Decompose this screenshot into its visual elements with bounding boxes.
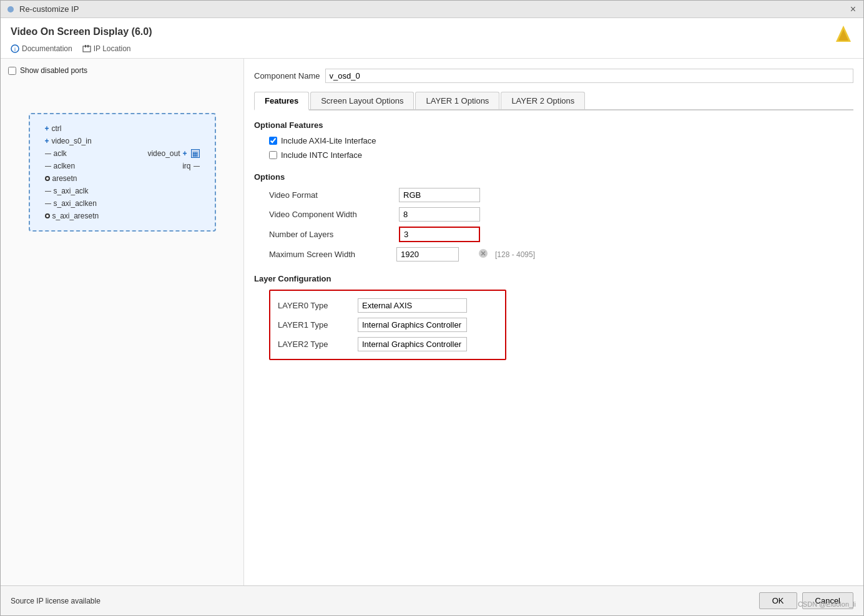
options-title: Options bbox=[254, 172, 853, 182]
title-bar-left: Re-customize IP bbox=[6, 4, 79, 14]
main-window: Re-customize IP × Video On Screen Displa… bbox=[0, 0, 864, 616]
close-button[interactable]: × bbox=[848, 4, 858, 15]
video-format-label: Video Format bbox=[269, 190, 394, 200]
layer0-label: LAYER0 Type bbox=[278, 301, 353, 310]
show-disabled-checkbox[interactable] bbox=[8, 67, 16, 75]
footer: Source IP license available OK Cancel bbox=[1, 585, 863, 615]
watermark: CSDN @Eidolon_li bbox=[798, 600, 856, 608]
tab-screen-layout-options[interactable]: Screen Layout Options bbox=[310, 92, 414, 109]
main-content: Show disabled ports + ctrl + video_s0_in bbox=[1, 59, 863, 585]
layer2-row: LAYER2 Type External AXIS Internal Graph… bbox=[278, 337, 498, 351]
svg-rect-6 bbox=[83, 46, 91, 52]
layer1-label: LAYER1 Type bbox=[278, 320, 353, 330]
svg-rect-8 bbox=[87, 45, 89, 47]
right-panel: Component Name Features Screen Layout Op… bbox=[244, 59, 863, 585]
port-circle-s-axi-aresetn bbox=[45, 213, 50, 218]
video-component-width-label: Video Component Width bbox=[269, 210, 394, 219]
header: Video On Screen Display (6.0) i Document… bbox=[1, 18, 863, 59]
number-of-layers-select[interactable]: 1 2 3 4 8 bbox=[399, 227, 480, 242]
video-component-width-row: Video Component Width 8 10 12 16 bbox=[269, 207, 853, 222]
plus-icon-ctrl: + bbox=[45, 124, 49, 133]
port-label-aresetn: aresetn bbox=[52, 174, 77, 183]
layer0-type-select[interactable]: External AXIS Internal Graphics Controll… bbox=[358, 298, 467, 313]
axi4-lite-label[interactable]: Include AXI4-Lite Interface bbox=[281, 136, 376, 145]
location-icon bbox=[82, 44, 91, 53]
show-disabled-label[interactable]: Show disabled ports bbox=[20, 66, 87, 75]
intc-checkbox[interactable] bbox=[269, 151, 277, 159]
ok-button[interactable]: OK bbox=[759, 592, 797, 609]
port-row-s-axi-aclk: s_axi_aclk bbox=[45, 187, 200, 195]
svg-text:i: i bbox=[14, 46, 16, 52]
clear-icon bbox=[478, 248, 488, 258]
svg-rect-7 bbox=[85, 45, 86, 47]
header-links: i Documentation IP Location bbox=[11, 44, 853, 58]
video-format-select[interactable]: RGB YUV 4:4:4 YUV 4:2:2 bbox=[399, 188, 480, 202]
number-of-layers-label: Number of Layers bbox=[269, 230, 394, 239]
info-icon: i bbox=[11, 44, 19, 53]
plus-icon-video: + bbox=[45, 137, 49, 145]
tab-layer2-options[interactable]: LAYER 2 Options bbox=[501, 92, 585, 109]
layer-configuration-section: Layer Configuration LAYER0 Type External… bbox=[254, 274, 853, 360]
app-icon bbox=[6, 4, 16, 14]
max-screen-width-input[interactable] bbox=[396, 247, 459, 262]
block-diagram: + ctrl + video_s0_in aclk video_out bbox=[29, 113, 216, 232]
layer2-label: LAYER2 Type bbox=[278, 340, 353, 349]
layer1-row: LAYER1 Type External AXIS Internal Graph… bbox=[278, 318, 498, 332]
component-name-label: Component Name bbox=[254, 71, 320, 81]
port-label-aclken: aclken bbox=[54, 162, 76, 170]
svg-point-1 bbox=[7, 6, 14, 12]
axi4-lite-row: Include AXI4-Lite Interface bbox=[269, 136, 853, 145]
intc-row: Include INTC Interface bbox=[269, 150, 853, 160]
port-label-video-s0-in: video_s0_in bbox=[52, 137, 92, 145]
component-name-input[interactable] bbox=[325, 69, 854, 83]
port-row-aclk: aclk video_out + ▦ bbox=[45, 149, 200, 158]
axi4-lite-checkbox[interactable] bbox=[269, 137, 277, 145]
options-section: Options Video Format RGB YUV 4:4:4 YUV 4… bbox=[254, 172, 853, 262]
number-of-layers-row: Number of Layers 1 2 3 4 8 bbox=[269, 227, 853, 242]
optional-features-section: Optional Features Include AXI4-Lite Inte… bbox=[254, 120, 853, 160]
output-block-icon: ▦ bbox=[192, 150, 198, 157]
intc-label[interactable]: Include INTC Interface bbox=[281, 150, 362, 160]
port-row-ctrl: + ctrl bbox=[45, 124, 200, 133]
port-list: + ctrl + video_s0_in aclk video_out bbox=[45, 124, 200, 220]
plus-icon-video-out: + bbox=[182, 149, 187, 158]
layer1-type-select[interactable]: External AXIS Internal Graphics Controll… bbox=[358, 318, 467, 332]
title-bar: Re-customize IP × bbox=[1, 1, 863, 18]
port-label-s-axi-aclken: s_axi_aclken bbox=[54, 199, 97, 208]
optional-features-title: Optional Features bbox=[254, 120, 853, 130]
port-label-video-out: video_out bbox=[147, 149, 180, 158]
max-screen-width-row: Maximum Screen Width [128 - 4095] bbox=[269, 247, 853, 262]
tab-layer1-options[interactable]: LAYER 1 Options bbox=[415, 92, 499, 109]
port-row-aresetn: aresetn bbox=[45, 174, 200, 183]
layer2-type-select[interactable]: External AXIS Internal Graphics Controll… bbox=[358, 337, 467, 351]
tab-bar: Features Screen Layout Options LAYER 1 O… bbox=[254, 92, 853, 110]
port-circle-aresetn bbox=[45, 176, 50, 181]
port-label-irq: irq bbox=[182, 162, 190, 170]
layer-config-box: LAYER0 Type External AXIS Internal Graph… bbox=[269, 290, 506, 360]
port-row-video-s0-in: + video_s0_in bbox=[45, 137, 200, 145]
range-hint: [128 - 4095] bbox=[495, 250, 853, 259]
tab-features[interactable]: Features bbox=[254, 92, 309, 110]
show-disabled-row: Show disabled ports bbox=[8, 66, 236, 75]
layer0-row: LAYER0 Type External AXIS Internal Graph… bbox=[278, 298, 498, 313]
max-screen-width-label: Maximum Screen Width bbox=[269, 250, 394, 259]
logo-icon bbox=[833, 24, 853, 44]
left-panel: Show disabled ports + ctrl + video_s0_in bbox=[1, 59, 244, 585]
video-component-width-select[interactable]: 8 10 12 16 bbox=[399, 207, 480, 222]
ip-location-link[interactable]: IP Location bbox=[82, 44, 131, 53]
port-row-s-axi-aresetn: s_axi_aresetn bbox=[45, 212, 200, 220]
port-row-s-axi-aclken: s_axi_aclken bbox=[45, 199, 200, 208]
diagram-area: + ctrl + video_s0_in aclk video_out bbox=[8, 85, 236, 260]
port-label-aclk: aclk bbox=[54, 149, 67, 158]
clear-button[interactable] bbox=[474, 248, 493, 260]
video-format-row: Video Format RGB YUV 4:4:4 YUV 4:2:2 bbox=[269, 188, 853, 202]
port-label-s-axi-aclk: s_axi_aclk bbox=[54, 187, 89, 195]
port-row-aclken: aclken irq bbox=[45, 162, 200, 170]
window-title: Re-customize IP bbox=[19, 4, 79, 14]
layer-configuration-title: Layer Configuration bbox=[254, 274, 853, 283]
source-ip-label: Source IP license available bbox=[11, 597, 101, 605]
page-title: Video On Screen Display (6.0) bbox=[11, 26, 152, 37]
port-label-s-axi-aresetn: s_axi_aresetn bbox=[52, 212, 99, 220]
port-label-ctrl: ctrl bbox=[52, 124, 62, 133]
documentation-link[interactable]: i Documentation bbox=[11, 44, 72, 53]
